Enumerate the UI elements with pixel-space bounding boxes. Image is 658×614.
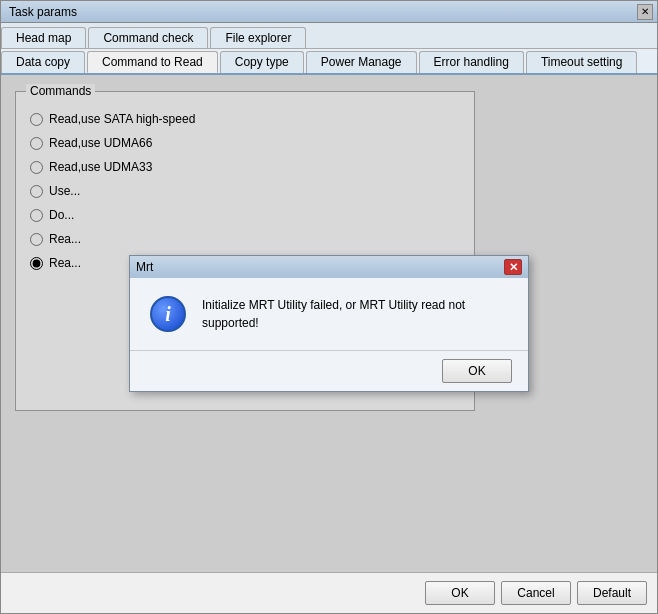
tab-data-copy[interactable]: Data copy bbox=[1, 51, 85, 73]
modal-message: Initialize MRT Utility failed, or MRT Ut… bbox=[202, 296, 508, 332]
modal-title: Mrt bbox=[136, 260, 153, 274]
cancel-button[interactable]: Cancel bbox=[501, 581, 571, 605]
info-icon: i bbox=[150, 296, 186, 332]
tabs-row1: Head map Command check File explorer bbox=[1, 23, 657, 49]
tab-file-explorer[interactable]: File explorer bbox=[210, 27, 306, 48]
tabs-row2: Data copy Command to Read Copy type Powe… bbox=[1, 49, 657, 75]
modal-body: i Initialize MRT Utility failed, or MRT … bbox=[130, 278, 528, 350]
tab-command-check[interactable]: Command check bbox=[88, 27, 208, 48]
default-button[interactable]: Default bbox=[577, 581, 647, 605]
tab-copy-type[interactable]: Copy type bbox=[220, 51, 304, 73]
content-area: Commands Read,use SATA high-speed Read,u… bbox=[1, 75, 657, 572]
modal-overlay: Mrt ✕ i Initialize MRT Utility failed, o… bbox=[1, 75, 657, 572]
modal-ok-button[interactable]: OK bbox=[442, 359, 512, 383]
tab-timeout-setting[interactable]: Timeout setting bbox=[526, 51, 638, 73]
tab-head-map[interactable]: Head map bbox=[1, 27, 86, 48]
modal-title-bar: Mrt ✕ bbox=[130, 256, 528, 278]
window-title: Task params bbox=[5, 5, 77, 19]
ok-button[interactable]: OK bbox=[425, 581, 495, 605]
window-close-button[interactable]: ✕ bbox=[637, 4, 653, 20]
title-bar: Task params ✕ bbox=[1, 1, 657, 23]
main-window: Task params ✕ Head map Command check Fil… bbox=[0, 0, 658, 614]
tab-error-handling[interactable]: Error handling bbox=[419, 51, 524, 73]
bottom-bar: OK Cancel Default bbox=[1, 572, 657, 613]
modal-close-button[interactable]: ✕ bbox=[504, 259, 522, 275]
modal-footer: OK bbox=[130, 350, 528, 391]
tab-power-manage[interactable]: Power Manage bbox=[306, 51, 417, 73]
mrt-modal: Mrt ✕ i Initialize MRT Utility failed, o… bbox=[129, 255, 529, 392]
tab-command-to-read[interactable]: Command to Read bbox=[87, 51, 218, 73]
